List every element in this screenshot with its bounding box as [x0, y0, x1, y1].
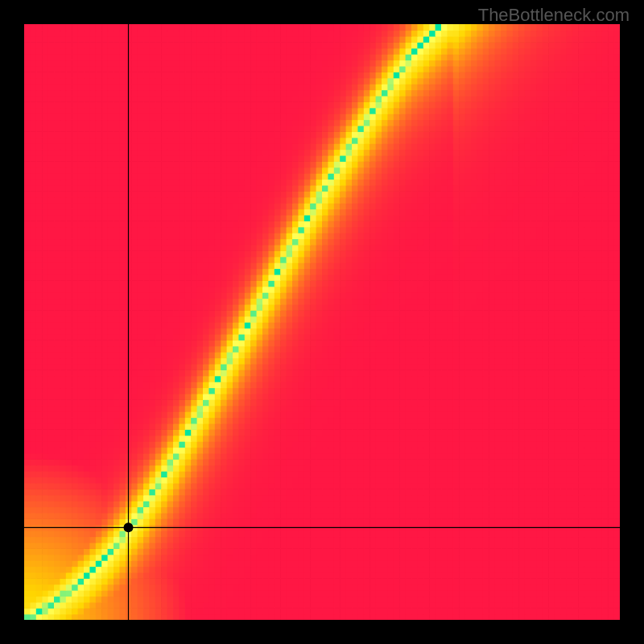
overlay-canvas: [24, 24, 620, 620]
chart-root: TheBottleneck.com: [0, 0, 644, 644]
plot-area: [24, 24, 620, 620]
watermark-text: TheBottleneck.com: [478, 5, 630, 26]
